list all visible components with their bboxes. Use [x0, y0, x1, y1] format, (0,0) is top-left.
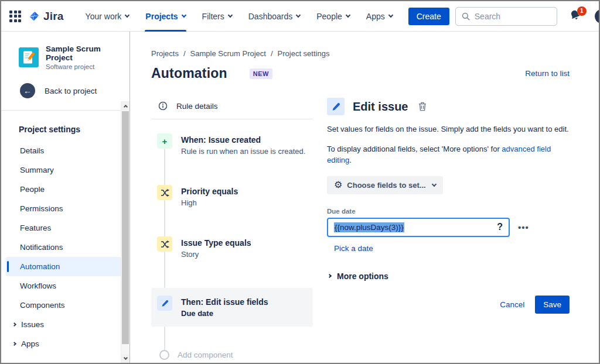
breadcrumb-settings[interactable]: Project settings [278, 49, 330, 58]
jira-logo-icon [28, 10, 40, 22]
return-to-list-link[interactable]: Return to list [525, 69, 570, 78]
chevron-right-icon [328, 274, 332, 278]
due-date-value: {{now.plusDays(3)}} [334, 222, 404, 232]
nav-item-apps[interactable]: Apps [360, 1, 399, 32]
more-options-toggle[interactable]: More options [327, 272, 570, 281]
nav-item-filters[interactable]: Filters [196, 1, 238, 32]
pencil-icon [157, 296, 172, 311]
scrollbar-thumb[interactable] [122, 111, 129, 344]
pick-a-date-link[interactable]: Pick a date [334, 244, 373, 253]
pencil-icon [327, 98, 345, 115]
help-icon[interactable]: ? [595, 9, 600, 23]
chevron-down-icon [296, 13, 301, 18]
breadcrumb-separator: / [183, 49, 186, 58]
back-to-project-button[interactable]: ← Back to project [1, 83, 129, 98]
rule-step-action-edit-issue[interactable]: Then: Edit issue fields Due date [151, 288, 313, 327]
new-badge: NEW [250, 68, 272, 79]
sidebar-scrollbar[interactable] [121, 101, 129, 363]
info-icon [158, 101, 168, 111]
jira-window: Jira Your work Projects Filters Dashboar… [0, 0, 600, 364]
chevron-right-icon [12, 322, 16, 327]
chevron-down-icon [125, 13, 129, 18]
create-button[interactable]: Create [408, 8, 449, 25]
jira-logo[interactable]: Jira [28, 10, 64, 23]
rule-divider [151, 119, 313, 119]
rule-step-trigger[interactable]: + When: Issue created Rule is run when a… [157, 133, 313, 156]
chevron-right-icon [12, 342, 16, 346]
app-switcher-icon[interactable] [9, 9, 21, 24]
top-navbar: Jira Your work Projects Filters Dashboar… [1, 1, 599, 32]
breadcrumb: Projects / Sample Scrum Project / Projec… [151, 49, 570, 58]
due-date-input[interactable]: {{now.plusDays(3)}} ? [327, 218, 510, 237]
editor-description-1: Set values for fields on the issue. Simp… [327, 124, 570, 135]
shuffle-icon [157, 236, 172, 252]
add-component-circle-icon [159, 350, 169, 360]
choose-fields-button[interactable]: ⚙ Choose fields to set... [327, 176, 443, 194]
due-date-field-row: {{now.plusDays(3)}} ? ••• [327, 218, 570, 237]
plus-icon: + [157, 133, 172, 149]
add-component-button[interactable]: Add component [157, 350, 313, 360]
delete-action-icon[interactable] [418, 102, 427, 111]
page-title: Automation [151, 66, 227, 81]
project-sidebar: Sample Scrum Project Software project ← … [1, 32, 130, 363]
sidebar-item-people[interactable]: People [19, 180, 115, 199]
editor-header: Edit issue [327, 98, 570, 115]
breadcrumb-projects[interactable]: Projects [151, 49, 179, 58]
editor-actions: Cancel Save [327, 296, 570, 314]
search-box[interactable] [455, 7, 557, 26]
main-content: Projects / Sample Scrum Project / Projec… [130, 32, 599, 363]
scrollbar-up-button[interactable] [121, 101, 129, 111]
due-date-label: Due date [327, 208, 570, 215]
sidebar-item-features[interactable]: Features [19, 218, 115, 238]
chevron-down-icon [227, 13, 232, 18]
search-icon [462, 12, 470, 20]
shuffle-icon [157, 185, 172, 200]
notification-badge: 1 [577, 6, 587, 16]
scrollbar-down-button[interactable] [121, 354, 129, 363]
sidebar-item-apps[interactable]: Apps [12, 334, 115, 353]
primary-nav: Your work Projects Filters Dashboards Pe… [79, 1, 399, 32]
sidebar-section-title: Project settings [19, 121, 115, 138]
smart-value-help-icon[interactable]: ? [497, 222, 503, 232]
project-settings-nav: Project settings Details Summary People … [1, 111, 129, 353]
jira-logo-text: Jira [43, 10, 64, 23]
project-type: Software project [46, 63, 120, 70]
gear-icon: ⚙ [334, 180, 342, 190]
breadcrumb-project[interactable]: Sample Scrum Project [190, 49, 266, 58]
navbar-icons: 1 ? ⚙ NV [569, 9, 600, 24]
project-avatar [19, 47, 39, 67]
more-menu-icon[interactable]: ••• [518, 222, 529, 232]
sidebar-item-workflows[interactable]: Workflows [19, 276, 115, 296]
chevron-down-icon [346, 13, 350, 18]
sidebar-item-issues[interactable]: Issues [12, 315, 115, 334]
page-header: Automation NEW Return to list [151, 66, 570, 81]
chevron-down-icon [388, 13, 393, 18]
chevron-down-icon [181, 13, 186, 18]
back-arrow-icon: ← [20, 83, 35, 98]
project-name: Sample Scrum Project [46, 44, 120, 62]
rule-details-button[interactable]: Rule details [151, 101, 313, 111]
search-input[interactable] [475, 12, 551, 21]
action-editor-panel: Edit issue Set values for fields on the … [327, 97, 570, 360]
nav-item-your-work[interactable]: Your work [79, 1, 136, 32]
editor-description-2: To display additional fields, select 'Mo… [327, 144, 570, 166]
nav-item-dashboards[interactable]: Dashboards [242, 1, 307, 32]
breadcrumb-separator: / [271, 49, 273, 58]
nav-item-projects[interactable]: Projects [139, 1, 192, 32]
rule-step-condition-priority[interactable]: Priority equals High [157, 185, 313, 207]
save-button[interactable]: Save [535, 296, 570, 314]
notifications-icon[interactable]: 1 [569, 9, 583, 24]
sidebar-item-notifications[interactable]: Notifications [19, 238, 115, 257]
sidebar-item-automation[interactable]: Automation [6, 257, 124, 276]
nav-item-people[interactable]: People [310, 1, 356, 32]
cancel-button[interactable]: Cancel [500, 300, 524, 309]
sidebar-item-details[interactable]: Details [19, 141, 115, 160]
sidebar-item-components[interactable]: Components [19, 296, 115, 315]
project-header: Sample Scrum Project Software project [1, 44, 129, 70]
rule-step-condition-issuetype[interactable]: Issue Type equals Story [157, 236, 313, 259]
chevron-down-icon [431, 181, 436, 186]
sidebar-item-permissions[interactable]: Permissions [19, 199, 115, 218]
sidebar-item-summary[interactable]: Summary [19, 160, 115, 180]
rule-column: Rule details + When: Issue created Rule … [151, 97, 313, 360]
rule-timeline: + When: Issue created Rule is run when a… [151, 133, 313, 360]
